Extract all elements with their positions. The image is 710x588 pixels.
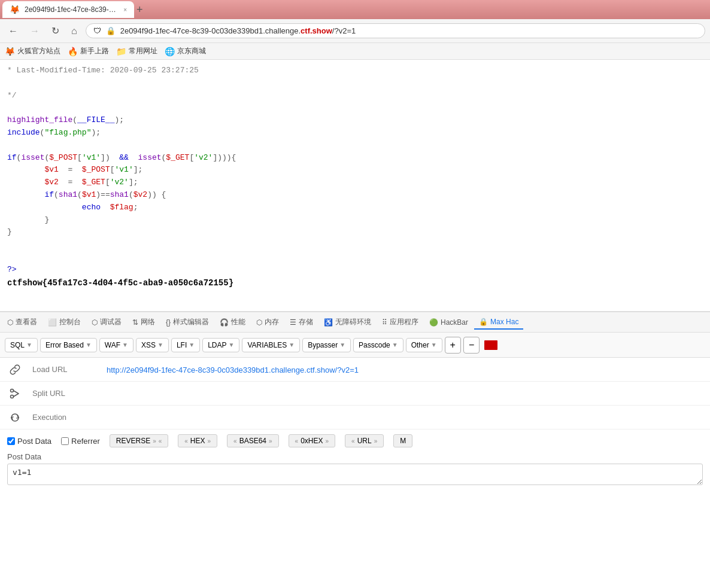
reverse-arrow2-icon: « bbox=[159, 438, 162, 444]
bookmarks-bar: 🦊 火狐官方站点 🔥 新手上路 📁 常用网址 🌐 京东商城 bbox=[0, 43, 710, 60]
back-button[interactable]: ← bbox=[5, 25, 22, 38]
plus-btn[interactable]: + bbox=[445, 337, 461, 354]
apps-icon: ⠿ bbox=[382, 318, 387, 327]
oxhex-right-icon: » bbox=[326, 438, 329, 444]
minus-btn[interactable]: − bbox=[463, 337, 480, 354]
post-data-checkboxes: Post Data Referrer REVERSE » « « HEX » «… bbox=[7, 434, 703, 447]
referrer-checkbox[interactable] bbox=[61, 437, 69, 445]
browser-tab[interactable]: 🦊 2e094f9d-1fec-47ce-8c39-0c03d × bbox=[2, 1, 134, 18]
devtools-performance-btn[interactable]: 🎧 性能 bbox=[215, 315, 250, 330]
devtools-style-btn[interactable]: {} 样式编辑器 bbox=[161, 315, 214, 330]
load-url-input-cell[interactable] bbox=[102, 362, 710, 377]
inspect-icon: ⬡ bbox=[7, 318, 13, 327]
xss-btn[interactable]: XSS ▼ bbox=[136, 338, 169, 352]
devtools-storage-btn[interactable]: ☰ 存储 bbox=[285, 315, 318, 330]
variables-btn[interactable]: VARIABLES ▼ bbox=[242, 338, 300, 352]
split-url-label: Split URL bbox=[30, 384, 102, 403]
lfi-arrow-icon: ▼ bbox=[189, 342, 195, 348]
base64-btn[interactable]: « BASE64 » bbox=[227, 434, 279, 447]
ldap-btn[interactable]: LDAP ▼ bbox=[202, 338, 239, 352]
reverse-arrow-icon: » bbox=[153, 438, 156, 444]
lfi-btn[interactable]: LFI ▼ bbox=[171, 338, 200, 352]
code-comment-line: * Last-Modified-Time: 2020-09-25 23:27:2… bbox=[7, 65, 703, 77]
m-btn[interactable]: M bbox=[393, 434, 412, 447]
refresh-icon bbox=[9, 412, 21, 424]
devtools-debug-btn[interactable]: ⬡ 调试器 bbox=[87, 315, 126, 330]
hex-btn[interactable]: « HEX » bbox=[178, 434, 217, 447]
devtools-network-btn[interactable]: ⇅ 网络 bbox=[128, 315, 160, 330]
devtools-bar: ⬡ 查看器 ⬜ 控制台 ⬡ 调试器 ⇅ 网络 {} 样式编辑器 🎧 性能 ⬡ 内… bbox=[0, 311, 710, 333]
base64-right-icon: » bbox=[269, 438, 272, 444]
tab-new-icon[interactable]: + bbox=[136, 4, 143, 16]
sql-arrow-icon: ▼ bbox=[26, 342, 32, 348]
devtools-inspect-btn[interactable]: ⬡ 查看器 bbox=[2, 315, 42, 330]
tab-title: 2e094f9d-1fec-47ce-8c39-0c03d bbox=[25, 5, 119, 14]
bookmark-firefox[interactable]: 🦊 火狐官方站点 bbox=[5, 46, 60, 56]
link-icon-cell bbox=[0, 364, 30, 376]
other-btn[interactable]: Other ▼ bbox=[406, 338, 442, 352]
load-url-input[interactable] bbox=[107, 365, 705, 374]
bookmark-beginner[interactable]: 🔥 新手上路 bbox=[68, 46, 109, 56]
post-data-checkbox[interactable] bbox=[7, 437, 15, 445]
bookmark-websites[interactable]: 📁 常用网址 bbox=[116, 46, 157, 56]
scissors-icon bbox=[9, 388, 21, 400]
execution-row: Execution bbox=[0, 406, 710, 429]
lock-icon: 🔒 bbox=[106, 26, 116, 35]
bookmark-jd[interactable]: 🌐 京东商城 bbox=[165, 46, 206, 56]
referrer-checkbox-label[interactable]: Referrer bbox=[61, 437, 100, 446]
forward-button[interactable]: → bbox=[26, 25, 43, 38]
devtools-memory-btn[interactable]: ⬡ 内存 bbox=[251, 315, 284, 330]
home-button[interactable]: ⌂ bbox=[68, 25, 81, 38]
post-data-checkbox-label[interactable]: Post Data bbox=[7, 437, 51, 446]
url-btn[interactable]: « URL » bbox=[345, 434, 384, 447]
hackbar-btn[interactable]: 🟢 HackBar bbox=[424, 316, 473, 329]
ldap-arrow-icon: ▼ bbox=[229, 342, 235, 348]
flag-output: ctfshow{45fa17c3-4d04-4f5c-aba9-a050c6a7… bbox=[7, 276, 703, 290]
code-close-tag: ?> bbox=[7, 264, 703, 276]
split-url-input-cell bbox=[102, 391, 710, 396]
execution-label: Execution bbox=[30, 408, 102, 426]
tab-close-icon[interactable]: × bbox=[123, 7, 127, 13]
error-based-btn[interactable]: Error Based ▼ bbox=[40, 338, 97, 352]
firefox-icon: 🦊 bbox=[5, 47, 15, 56]
reverse-btn[interactable]: REVERSE » « bbox=[110, 434, 168, 447]
code-line-close-outer: } bbox=[7, 226, 703, 239]
link-icon bbox=[9, 364, 21, 376]
tab-favicon: 🦊 bbox=[10, 5, 20, 14]
url-left-icon: « bbox=[351, 438, 355, 444]
variables-arrow-icon: ▼ bbox=[289, 342, 295, 348]
hackbar-icon: 🟢 bbox=[429, 318, 438, 327]
passcode-arrow-icon: ▼ bbox=[392, 342, 398, 348]
sql-btn[interactable]: SQL ▼ bbox=[5, 338, 38, 352]
code-line-if: if(isset($_POST['v1']) && isset($_GET['v… bbox=[7, 152, 703, 164]
style-icon: {} bbox=[166, 318, 171, 327]
code-close-comment: */ bbox=[7, 90, 703, 102]
referrer-checkbox-text: Referrer bbox=[71, 437, 100, 446]
flag-icon bbox=[484, 340, 497, 350]
waf-btn[interactable]: WAF ▼ bbox=[99, 338, 133, 352]
devtools-accessibility-btn[interactable]: ♿ 无障碍环境 bbox=[319, 315, 376, 330]
load-url-row: Load URL bbox=[0, 358, 710, 382]
address-bar[interactable]: 🛡 🔒 2e094f9d-1fec-47ce-8c39-0c03de339bd1… bbox=[86, 23, 705, 38]
navigation-bar: ← → ↻ ⌂ 🛡 🔒 2e094f9d-1fec-47ce-8c39-0c03… bbox=[0, 19, 710, 43]
post-data-textarea[interactable] bbox=[7, 464, 703, 485]
passcode-btn[interactable]: Passcode ▼ bbox=[353, 338, 403, 352]
maxhack-icon: 🔒 bbox=[479, 318, 488, 326]
oxhex-btn[interactable]: « 0xHEX » bbox=[289, 434, 335, 447]
post-data-section: Post Data Referrer REVERSE » « « HEX » «… bbox=[0, 429, 710, 492]
bypasser-btn[interactable]: Bypasser ▼ bbox=[302, 338, 351, 352]
bookmark-firefox-label: 火狐官方站点 bbox=[17, 46, 60, 56]
xss-arrow-icon: ▼ bbox=[157, 342, 163, 348]
memory-icon: ⬡ bbox=[256, 318, 262, 327]
devtools-console-btn[interactable]: ⬜ 控制台 bbox=[43, 315, 86, 330]
bookmark-websites-label: 常用网址 bbox=[129, 46, 157, 56]
scissors-icon-cell bbox=[0, 388, 30, 400]
maxhack-btn[interactable]: 🔒 Max Hac bbox=[474, 315, 523, 330]
load-url-label: Load URL bbox=[30, 360, 102, 379]
refresh-button[interactable]: ↻ bbox=[48, 24, 63, 38]
other-arrow-icon: ▼ bbox=[431, 342, 437, 348]
devtools-apps-btn[interactable]: ⠿ 应用程序 bbox=[377, 315, 423, 330]
bookmark-jd-label: 京东商城 bbox=[177, 46, 206, 56]
fire-icon: 🔥 bbox=[68, 47, 78, 56]
hackbar-toolbar: SQL ▼ Error Based ▼ WAF ▼ XSS ▼ LFI ▼ LD… bbox=[0, 333, 710, 358]
